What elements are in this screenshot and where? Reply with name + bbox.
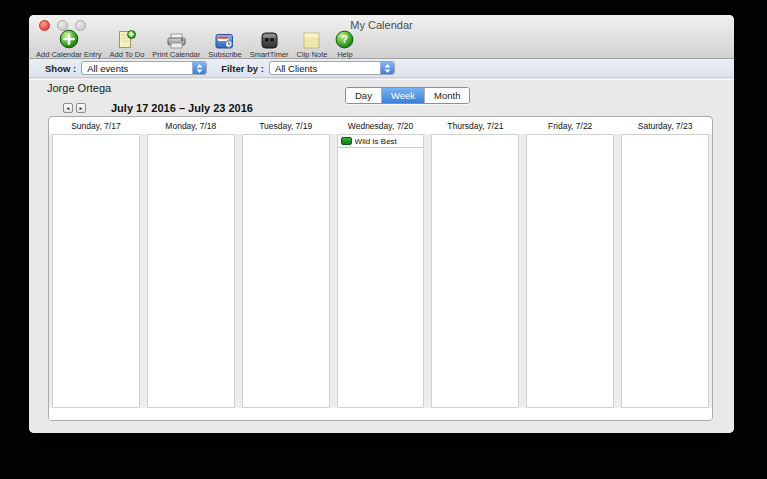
clip-note-button[interactable]: Clip Note bbox=[295, 30, 330, 59]
toolbar-label: Add Calendar Entry bbox=[36, 50, 101, 59]
event-category-icon bbox=[341, 137, 352, 145]
toolbar: Add Calendar Entry Add To Do bbox=[34, 30, 356, 59]
day-header: Sunday, 7/17 bbox=[52, 121, 140, 131]
add-todo-button[interactable]: Add To Do bbox=[107, 30, 146, 59]
day-header: Monday, 7/18 bbox=[147, 121, 235, 131]
toolbar-label: Help bbox=[337, 50, 352, 59]
day-column-sunday[interactable] bbox=[52, 134, 140, 408]
add-calendar-entry-button[interactable]: Add Calendar Entry bbox=[34, 30, 103, 59]
show-popup[interactable]: All events bbox=[81, 61, 207, 75]
subscribe-calendar-icon bbox=[215, 30, 234, 49]
day-header: Tuesday, 7/19 bbox=[242, 121, 330, 131]
toolbar-label: Subscribe bbox=[208, 50, 241, 59]
popup-stepper-icon[interactable] bbox=[380, 62, 394, 74]
day-column-wednesday[interactable]: Wild Is Best bbox=[337, 134, 425, 408]
day-column-monday[interactable] bbox=[147, 134, 235, 408]
toolbar-label: Add To Do bbox=[109, 50, 144, 59]
add-todo-icon bbox=[117, 30, 136, 49]
toolbar-label: Clip Note bbox=[297, 50, 328, 59]
filterby-popup[interactable]: All Clients bbox=[269, 61, 395, 75]
calendar-event[interactable]: Wild Is Best bbox=[338, 135, 424, 148]
day-column-tuesday[interactable] bbox=[242, 134, 330, 408]
view-switcher: Day Week Month bbox=[345, 87, 470, 104]
day-header: Friday, 7/22 bbox=[526, 121, 614, 131]
week-navigation: ◂ ▸ July 17 2016 – July 23 2016 bbox=[63, 102, 253, 114]
panel-bottom-strip bbox=[49, 408, 712, 420]
day-header: Thursday, 7/21 bbox=[431, 121, 519, 131]
toolbar-label: Print Calendar bbox=[152, 50, 200, 59]
tab-week[interactable]: Week bbox=[381, 88, 424, 103]
day-column-thursday[interactable] bbox=[431, 134, 519, 408]
sticky-note-icon bbox=[303, 30, 320, 49]
svg-text:?: ? bbox=[342, 33, 349, 45]
day-header: Wednesday, 7/20 bbox=[337, 121, 425, 131]
filterby-label: Filter by : bbox=[221, 63, 264, 74]
printer-icon bbox=[167, 30, 186, 49]
show-popup-value: All events bbox=[87, 63, 128, 74]
next-week-button[interactable]: ▸ bbox=[76, 103, 86, 113]
calendar-content: Jorge Ortega Day Week Month ◂ ▸ July 17 … bbox=[29, 79, 734, 433]
add-calendar-entry-icon bbox=[59, 30, 79, 49]
filter-bar: Show : All events Filter by : All Client… bbox=[29, 59, 734, 78]
tab-month[interactable]: Month bbox=[424, 88, 469, 103]
app-window: My Calendar Add Calendar Entry bbox=[29, 15, 734, 433]
event-title: Wild Is Best bbox=[355, 137, 397, 146]
day-column-friday[interactable] bbox=[526, 134, 614, 408]
popup-stepper-icon[interactable] bbox=[192, 62, 206, 74]
day-header: Saturday, 7/23 bbox=[621, 121, 709, 131]
day-columns-row: Wild Is Best bbox=[49, 134, 712, 408]
filterby-popup-value: All Clients bbox=[275, 63, 317, 74]
help-button[interactable]: ? Help bbox=[333, 30, 356, 59]
user-name-label: Jorge Ortega bbox=[47, 82, 111, 94]
screenshot-stage: My Calendar Add Calendar Entry bbox=[0, 0, 767, 479]
help-icon: ? bbox=[335, 30, 354, 49]
print-calendar-button[interactable]: Print Calendar bbox=[150, 30, 202, 59]
smarttimer-icon bbox=[261, 30, 278, 49]
tab-day[interactable]: Day bbox=[346, 88, 381, 103]
week-grid-panel: Sunday, 7/17 Monday, 7/18 Tuesday, 7/19 … bbox=[48, 116, 713, 421]
titlebar-toolbar: My Calendar Add Calendar Entry bbox=[29, 15, 734, 59]
day-column-saturday[interactable] bbox=[621, 134, 709, 408]
week-range-label: July 17 2016 – July 23 2016 bbox=[111, 102, 253, 114]
prev-week-button[interactable]: ◂ bbox=[63, 103, 73, 113]
smarttimer-button[interactable]: SmartTimer bbox=[248, 30, 291, 59]
subscribe-button[interactable]: Subscribe bbox=[206, 30, 243, 59]
show-label: Show : bbox=[45, 63, 76, 74]
day-headers-row: Sunday, 7/17 Monday, 7/18 Tuesday, 7/19 … bbox=[49, 117, 712, 134]
toolbar-label: SmartTimer bbox=[250, 50, 289, 59]
